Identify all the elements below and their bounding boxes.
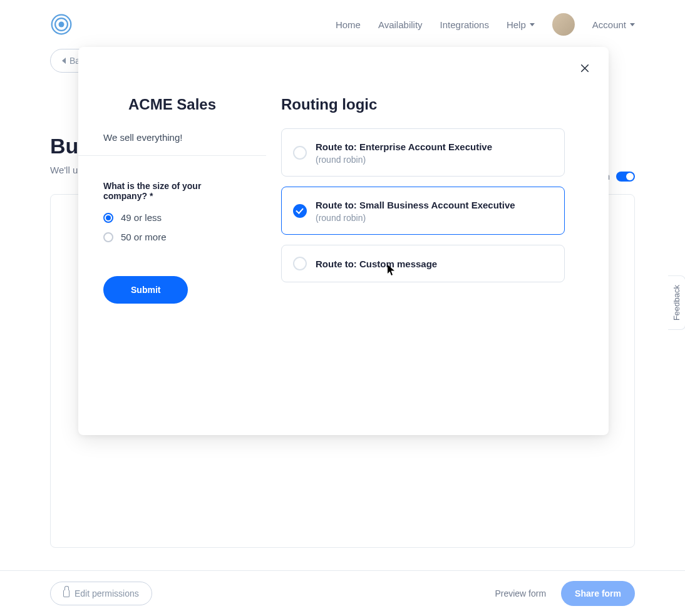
nav-availability[interactable]: Availability <box>378 19 423 30</box>
avatar[interactable] <box>552 13 575 36</box>
route-subtitle: (round robin) <box>316 213 553 223</box>
nav-integrations[interactable]: Integrations <box>440 19 489 30</box>
route-radio-icon <box>293 146 307 160</box>
route-radio-icon <box>293 257 307 270</box>
route-title: Route to: Small Business Account Executi… <box>316 198 553 212</box>
form-name: ACME Sales <box>103 96 241 113</box>
chevron-down-icon <box>530 23 535 26</box>
footer-bar: Edit permissions Preview form Share form <box>0 570 685 616</box>
lock-icon <box>63 590 70 597</box>
chevron-left-icon <box>62 58 66 64</box>
feedback-tab[interactable]: Feedback <box>668 275 685 330</box>
app-logo[interactable] <box>50 13 73 36</box>
close-button[interactable] <box>577 61 592 76</box>
route-title: Route to: Custom message <box>316 257 553 270</box>
radio-option-49-or-less[interactable]: 49 or less <box>103 212 241 223</box>
svg-point-2 <box>59 22 64 28</box>
route-radio-icon <box>293 204 307 218</box>
nav-help[interactable]: Help <box>507 19 535 30</box>
form-description: We sell everything! <box>103 132 241 143</box>
radio-label: 50 or more <box>121 232 167 242</box>
route-card-small-business[interactable]: Route to: Small Business Account Executi… <box>281 187 565 235</box>
top-nav: Home Availability Integrations Help Acco… <box>0 0 685 49</box>
edit-permissions-label: Edit permissions <box>75 588 139 598</box>
edit-permissions-button[interactable]: Edit permissions <box>50 582 152 605</box>
close-icon <box>579 63 590 74</box>
route-card-enterprise[interactable]: Route to: Enterprise Account Executive (… <box>281 128 565 177</box>
nav-help-label: Help <box>507 19 526 30</box>
nav-account[interactable]: Account <box>592 19 635 30</box>
routing-preview-modal: ACME Sales We sell everything! What is t… <box>78 47 609 435</box>
toggle-row: n <box>605 172 635 182</box>
chevron-down-icon <box>630 23 635 26</box>
preview-form-link[interactable]: Preview form <box>495 588 546 598</box>
share-form-button[interactable]: Share form <box>561 581 635 606</box>
route-subtitle: (round robin) <box>316 155 553 165</box>
routing-logic-title: Routing logic <box>281 96 565 113</box>
radio-icon <box>103 213 113 223</box>
nav-home[interactable]: Home <box>336 19 361 30</box>
radio-icon <box>103 232 113 242</box>
route-title: Route to: Enterprise Account Executive <box>316 140 553 153</box>
toggle-switch[interactable] <box>616 172 635 182</box>
radio-label: 49 or less <box>121 212 162 223</box>
radio-option-50-or-more[interactable]: 50 or more <box>103 232 241 242</box>
nav-account-label: Account <box>592 19 626 30</box>
question-label: What is the size of your company? * <box>103 181 241 201</box>
submit-button[interactable]: Submit <box>103 276 188 304</box>
route-card-custom-message[interactable]: Route to: Custom message <box>281 245 565 282</box>
